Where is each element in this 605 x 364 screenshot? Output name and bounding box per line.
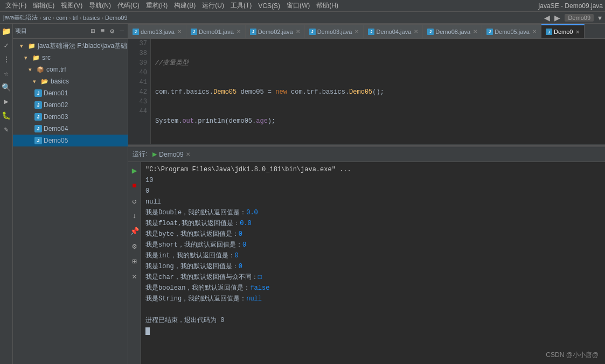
debug-icon[interactable]: 🐛 xyxy=(1,110,12,121)
title-bar-right: javaSE - Demo09.java xyxy=(539,2,603,10)
breadcrumb-sep-5: › xyxy=(101,15,103,21)
tab-close-demo02[interactable]: ✕ xyxy=(296,29,300,34)
breadcrumb-dropdown-icon[interactable]: ▾ xyxy=(598,13,602,22)
tab-label-demo02: Demo02.java xyxy=(258,29,293,35)
code-line-37: //变量类型 xyxy=(155,58,605,68)
sidebar-expand-icon[interactable]: ⊞ xyxy=(89,26,97,37)
menu-tools[interactable]: 工具(T) xyxy=(227,1,255,10)
tab-close-demo13[interactable]: ✕ xyxy=(177,29,182,34)
main-layout: 📁 ✓ ⋮ ☆ 🔍 ▶ 🐛 ✎ 项目 ⊞ ≡ ⚙ — ▾ 📁 java基础语法 … xyxy=(0,24,605,364)
menu-code[interactable]: 代码(C) xyxy=(114,1,143,10)
menu-file[interactable]: 文件(F) xyxy=(2,1,30,10)
menu-edit[interactable]: 编辑(E) xyxy=(30,1,58,10)
tab-demo01[interactable]: J Demo01.java ✕ xyxy=(186,24,246,38)
sidebar-settings-icon[interactable]: ⚙ xyxy=(108,26,116,37)
sidebar-close-icon[interactable]: — xyxy=(118,26,126,37)
menu-vcs[interactable]: VCS(S) xyxy=(255,2,283,10)
run-tab-demo09[interactable]: ▶ Demo09 ✕ xyxy=(150,151,192,158)
tree-item-basics[interactable]: ▾ 📂 basics xyxy=(13,75,128,87)
output-double: 我是Double，我的默认返回值是：0.0 xyxy=(145,207,601,218)
tree-item-src[interactable]: ▾ 📁 src xyxy=(13,52,128,64)
folder-arrow-com: ▾ xyxy=(26,65,34,74)
breadcrumb-back-icon[interactable]: ◀ xyxy=(544,13,550,22)
sidebar-toolbar: 项目 ⊞ ≡ ⚙ — xyxy=(13,24,128,39)
output-int: 我是int，我的默认返回值是：0 xyxy=(145,250,601,261)
code-editor[interactable]: 37 38 39 40 41 42 43 44 //变量类型 com.trf.b… xyxy=(128,39,605,144)
breadcrumb-com[interactable]: com xyxy=(56,15,67,21)
tab-demo13[interactable]: J demo13.java ✕ xyxy=(128,24,186,38)
tree-label-com-trf: com.trf xyxy=(46,66,66,73)
breadcrumb-root[interactable]: java基础语法 xyxy=(3,13,38,22)
tab-demo03[interactable]: J Demo03.java ✕ xyxy=(305,24,364,38)
menu-build[interactable]: 构建(B) xyxy=(171,1,199,10)
tree-item-demo02[interactable]: J Demo02 xyxy=(13,99,128,111)
run-tab-label: Demo09 xyxy=(159,151,183,158)
breadcrumb-forward-icon[interactable]: ▶ xyxy=(554,13,560,22)
tab-demo09-active[interactable]: J Demo0 ✕ xyxy=(541,24,585,38)
menu-refactor[interactable]: 重构(R) xyxy=(143,1,171,10)
breadcrumb-basics[interactable]: basics xyxy=(83,15,100,21)
sidebar-collapse-icon[interactable]: ≡ xyxy=(99,26,107,37)
tab-close-demo09[interactable]: ✕ xyxy=(575,29,580,35)
tab-java-icon-demo03: J xyxy=(309,29,316,35)
tab-close-demo05[interactable]: ✕ xyxy=(532,29,537,34)
output-blank xyxy=(145,304,601,315)
run-output[interactable]: "C:\Program Files\Java\jdk1.8.0_181\bin\… xyxy=(141,162,605,364)
run-close-button[interactable]: ✕ xyxy=(129,271,140,282)
run-scroll-down[interactable]: ↓ xyxy=(129,211,140,221)
left-action-bar: 📁 ✓ ⋮ ☆ 🔍 ▶ 🐛 ✎ xyxy=(0,24,13,364)
output-boolean: 我是boolean，我的默认返回值是：false xyxy=(145,283,601,293)
output-null: null xyxy=(145,197,601,207)
project-icon[interactable]: 📁 xyxy=(1,26,12,37)
todo-icon[interactable]: ✎ xyxy=(1,124,12,135)
run-rerun-button[interactable]: ↺ xyxy=(129,195,140,206)
run-layout-button[interactable]: ⊞ xyxy=(129,256,140,267)
run-tab-play-icon: ▶ xyxy=(152,151,157,158)
code-content: //变量类型 com.trf.basics.Demo05 demo05 = ne… xyxy=(151,39,605,144)
folder-open-icon: ▾ xyxy=(17,41,26,50)
run-pin-button[interactable]: 📌 xyxy=(129,226,140,236)
sidebar: 项目 ⊞ ≡ ⚙ — ▾ 📁 java基础语法 F:\blade\java基础 … xyxy=(13,24,128,364)
run-tab-close[interactable]: ✕ xyxy=(186,151,190,157)
menu-view[interactable]: 视图(V) xyxy=(58,1,86,10)
tab-demo05[interactable]: J Demo05.java ✕ xyxy=(482,24,541,38)
tree-item-demo05[interactable]: J Demo05 xyxy=(13,135,128,146)
tab-demo08[interactable]: J Demo08.java ✕ xyxy=(423,24,482,38)
window-title: javaSE - Demo09.java xyxy=(539,2,603,10)
tab-close-demo01[interactable]: ✕ xyxy=(237,29,241,34)
breadcrumb-demo09[interactable]: Demo09 xyxy=(105,15,128,21)
tree-item-demo01[interactable]: J Demo01 xyxy=(13,87,128,99)
run-stop-button[interactable]: ■ xyxy=(129,180,140,191)
tab-close-demo08[interactable]: ✕ xyxy=(473,29,477,34)
content-area: J demo13.java ✕ J Demo01.java ✕ J Demo02… xyxy=(128,24,605,364)
tab-bar: J demo13.java ✕ J Demo01.java ✕ J Demo02… xyxy=(128,24,605,39)
breadcrumb-src[interactable]: src xyxy=(43,15,51,21)
tab-close-demo04[interactable]: ✕ xyxy=(414,29,418,34)
tree-item-root[interactable]: ▾ 📁 java基础语法 F:\blade\java基础 xyxy=(13,40,128,52)
breadcrumb-actions: ◀ ▶ Demo09 ▾ xyxy=(544,13,602,22)
find-icon[interactable]: 🔍 xyxy=(1,82,12,93)
menu-bar: 文件(F) 编辑(E) 视图(V) 导航(N) 代码(C) 重构(R) 构建(B… xyxy=(0,0,605,12)
breadcrumb-project-icon[interactable]: Demo09 xyxy=(565,14,594,22)
menu-run[interactable]: 运行(U) xyxy=(199,1,227,10)
tab-demo02[interactable]: J Demo02.java ✕ xyxy=(246,24,305,38)
menu-help[interactable]: 帮助(H) xyxy=(313,1,342,10)
output-0: 0 xyxy=(145,186,601,197)
run-toolbar: ▶ ■ ↺ ↓ 📌 ⚙ ⊞ ✕ xyxy=(128,162,141,364)
tab-close-demo03[interactable]: ✕ xyxy=(354,29,359,34)
structure-icon[interactable]: ⋮ xyxy=(1,54,12,65)
run-play-button[interactable]: ▶ xyxy=(129,165,140,176)
tree-item-demo04[interactable]: J Demo04 xyxy=(13,123,128,135)
breadcrumb-sep-1: › xyxy=(39,15,41,21)
favorites-icon[interactable]: ☆ xyxy=(1,68,12,79)
tab-demo04[interactable]: J Demo04.java ✕ xyxy=(364,24,423,38)
tree-item-com-trf[interactable]: ▾ 📦 com.trf xyxy=(13,64,128,75)
menu-window[interactable]: 窗口(W) xyxy=(283,1,313,10)
menu-navigate[interactable]: 导航(N) xyxy=(86,1,114,10)
commit-icon[interactable]: ✓ xyxy=(1,40,12,51)
breadcrumb-trf[interactable]: trf xyxy=(73,15,78,21)
output-byte: 我是byte，我的默认返回值是：0 xyxy=(145,229,601,240)
run-icon[interactable]: ▶ xyxy=(1,96,12,107)
run-settings-button[interactable]: ⚙ xyxy=(129,241,140,251)
tree-item-demo03[interactable]: J Demo03 xyxy=(13,111,128,123)
